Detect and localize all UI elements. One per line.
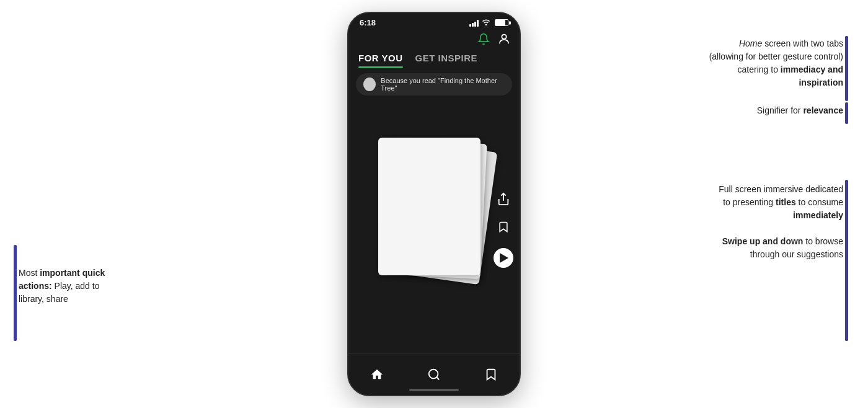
- tabs-bar: FOR YOU GET INSPIRE: [348, 53, 520, 68]
- profile-icon[interactable]: [497, 32, 511, 49]
- nav-library[interactable]: [484, 368, 498, 381]
- home-indicator: [409, 389, 459, 391]
- side-actions: [494, 192, 513, 268]
- nav-home[interactable]: [370, 368, 384, 381]
- annotation-home-italic: Home: [739, 38, 762, 48]
- play-triangle-icon: [500, 253, 508, 263]
- annotation-immersive: Full screen immersive dedicated to prese…: [713, 183, 843, 261]
- share-button[interactable]: [497, 192, 510, 209]
- svg-point-2: [429, 369, 438, 378]
- annotation-home-screen: Home screen with two tabs (allowing for …: [707, 37, 843, 89]
- wifi-icon: [482, 19, 490, 27]
- relevance-text: Because you read "Finding the Mother Tre…: [381, 77, 505, 92]
- annotation-important-bold: important quick actions:: [19, 268, 105, 291]
- svg-point-0: [502, 35, 506, 39]
- bottom-nav: [348, 353, 520, 395]
- annotation-relevance: Signifier for relevance: [744, 104, 843, 117]
- phone-mockup: 6:18: [347, 12, 521, 396]
- relevance-tag: Because you read "Finding the Mother Tre…: [356, 73, 512, 95]
- annotation-swipe-bold: Swipe up and down: [722, 236, 804, 246]
- book-card-front: [378, 138, 480, 275]
- phone-frame: 6:18: [347, 12, 521, 396]
- status-time: 6:18: [360, 18, 376, 27]
- annotation-relevance-bold: relevance: [803, 105, 843, 115]
- status-bar: 6:18: [348, 13, 520, 30]
- book-stack: [378, 138, 490, 286]
- bookmark-button[interactable]: [497, 220, 510, 237]
- nav-search[interactable]: [427, 368, 441, 381]
- annotation-bar-right-1: [14, 245, 17, 341]
- tab-for-you[interactable]: FOR YOU: [358, 53, 403, 68]
- annotation-bar-3: [845, 180, 848, 341]
- top-nav: [348, 30, 520, 53]
- svg-line-3: [436, 377, 439, 379]
- annotation-bar-2: [845, 102, 848, 124]
- annotation-bar-1: [845, 36, 848, 101]
- status-icons: [469, 19, 508, 27]
- notification-icon[interactable]: [477, 33, 490, 48]
- page-container: Home screen with two tabs (allowing for …: [0, 0, 868, 408]
- annotation-quick-actions: Most important quick actions: Play, add …: [19, 267, 118, 306]
- annotation-home-bold: immediacy and inspiration: [781, 64, 843, 87]
- book-thumbnail: [363, 78, 376, 91]
- annotation-immediately-bold: immediately: [793, 210, 843, 220]
- battery-icon: [495, 19, 508, 26]
- play-button[interactable]: [494, 248, 513, 268]
- signal-icon: [469, 19, 479, 27]
- annotation-titles-bold: titles: [776, 197, 796, 207]
- tab-get-inspired[interactable]: GET INSPIRE: [415, 53, 478, 68]
- book-area: [348, 100, 520, 317]
